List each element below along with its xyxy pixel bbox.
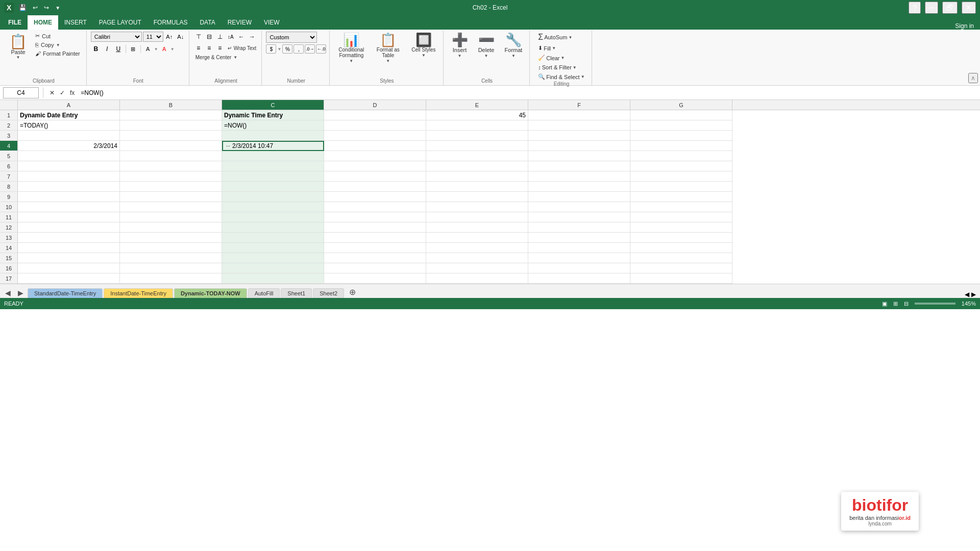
cell-a7[interactable] [18,171,120,182]
cell-f17[interactable] [528,273,630,284]
row-num-11[interactable]: 11 [0,212,18,222]
percent-btn[interactable]: % [282,44,292,54]
cell-d16[interactable] [324,263,426,273]
cell-e16[interactable] [426,263,528,273]
cell-d14[interactable] [324,243,426,253]
cell-c6[interactable] [222,161,324,171]
cell-f8[interactable] [528,182,630,192]
tab-formulas[interactable]: FORMULAS [148,15,194,30]
cell-e6[interactable] [426,161,528,171]
cell-e11[interactable] [426,212,528,222]
cell-a14[interactable] [18,243,120,253]
cell-c1[interactable]: Dynamic Time Entry [222,110,324,120]
cell-f7[interactable] [528,171,630,182]
cell-g2[interactable] [630,120,732,131]
cell-b11[interactable] [120,212,222,222]
cell-c14[interactable] [222,243,324,253]
align-right-btn[interactable]: ≡ [215,43,225,53]
cell-g11[interactable] [630,212,732,222]
cell-f11[interactable] [528,212,630,222]
col-header-d[interactable]: D [324,100,426,110]
cell-a10[interactable] [18,202,120,212]
decimal-decrease-btn[interactable]: ←.0 [316,44,326,54]
cell-e7[interactable] [426,171,528,182]
col-header-a[interactable]: A [18,100,120,110]
cell-d2[interactable] [324,120,426,131]
align-center-btn[interactable]: ≡ [204,43,214,53]
cell-c5[interactable] [222,151,324,161]
cell-b1[interactable] [120,110,222,120]
tab-review[interactable]: REVIEW [222,15,258,30]
cell-f4[interactable] [528,141,630,151]
row-num-7[interactable]: 7 [0,171,18,182]
cell-g14[interactable] [630,243,732,253]
cell-c7[interactable] [222,171,324,182]
row-num-12[interactable]: 12 [0,222,18,233]
cell-a17[interactable] [18,273,120,284]
tab-file[interactable]: FILE [2,15,28,30]
cell-g15[interactable] [630,253,732,263]
increase-font-btn[interactable]: A↑ [164,32,175,42]
restore-btn[interactable]: 🗗 [942,2,958,14]
cell-a3[interactable] [18,131,120,141]
align-left-btn[interactable]: ≡ [193,43,204,53]
cell-c13[interactable] [222,233,324,243]
row-num-13[interactable]: 13 [0,233,18,243]
tab-insert[interactable]: INSERT [58,15,93,30]
add-sheet-btn[interactable]: ⊕ [345,286,360,298]
cell-c11[interactable] [222,212,324,222]
cell-b14[interactable] [120,243,222,253]
align-bottom-btn[interactable]: ⊥ [215,32,225,42]
help-btn[interactable]: ? [909,2,921,14]
format-painter-button[interactable]: 🖌 Format Painter [33,49,82,58]
insert-btn[interactable]: ➕ Insert ▼ [448,32,472,60]
conditional-formatting-btn[interactable]: 📊 Conditional Formatting ▼ [334,32,369,65]
cell-b6[interactable] [120,161,222,171]
italic-button[interactable]: I [102,44,112,54]
cell-e10[interactable] [426,202,528,212]
scroll-tabs-right-btn[interactable]: ▶ [15,288,27,298]
cell-e2[interactable] [426,120,528,131]
underline-button[interactable]: U [113,44,124,54]
sheet-tab-standard[interactable]: StandardDate-TimeEntry [28,288,103,298]
font-color-btn[interactable]: A [159,44,169,54]
cell-d12[interactable] [324,222,426,233]
sheet-tab-autofill[interactable]: AutoFill [248,288,280,298]
cell-c9[interactable] [222,192,324,202]
cell-f15[interactable] [528,253,630,263]
cell-f9[interactable] [528,192,630,202]
cell-c17[interactable] [222,273,324,284]
scroll-sheet-right-btn[interactable]: ▶ [971,291,976,298]
decrease-font-btn[interactable]: A↓ [176,32,186,42]
cell-g1[interactable] [630,110,732,120]
cell-d7[interactable] [324,171,426,182]
close-btn[interactable]: ✕ [962,2,976,14]
cell-g3[interactable] [630,131,732,141]
bold-button[interactable]: B [91,44,101,54]
sheet-tab-sheet1[interactable]: Sheet1 [281,288,312,298]
cell-c3[interactable] [222,131,324,141]
cell-e1[interactable]: 45 [426,110,528,120]
confirm-formula-btn[interactable]: ✓ [58,88,67,97]
page-layout-btn[interactable]: ⊞ [893,300,898,307]
cell-reference-box[interactable]: C4 [3,87,39,98]
sheet-tab-dynamic[interactable]: Dynamic-TODAY-NOW [174,288,247,298]
cell-e17[interactable] [426,273,528,284]
cell-b5[interactable] [120,151,222,161]
cell-c12[interactable] [222,222,324,233]
cell-g16[interactable] [630,263,732,273]
cut-button[interactable]: ✂ Cut [33,32,82,40]
row-num-14[interactable]: 14 [0,243,18,253]
cell-f3[interactable] [528,131,630,141]
formula-input[interactable]: =NOW() [79,87,977,98]
cell-d8[interactable] [324,182,426,192]
cell-a12[interactable] [18,222,120,233]
row-num-15[interactable]: 15 [0,253,18,263]
row-num-9[interactable]: 9 [0,192,18,202]
indent-increase-btn[interactable]: → [247,32,257,42]
cell-b3[interactable] [120,131,222,141]
cell-g5[interactable] [630,151,732,161]
cell-a15[interactable] [18,253,120,263]
cell-d4[interactable] [324,141,426,151]
sheet-tab-instant[interactable]: InstantDate-TimeEntry [104,288,173,298]
